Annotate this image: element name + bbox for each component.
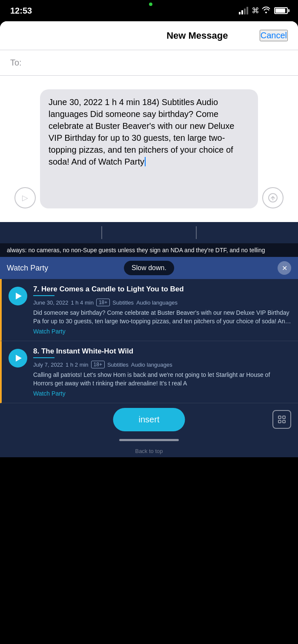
status-icons: ⌘ <box>239 6 288 15</box>
episode-desc-7: Did someone say birthday? Come celebrate… <box>33 309 291 325</box>
status-time: 12:53 <box>10 6 32 16</box>
svg-rect-3 <box>278 420 281 423</box>
divider-line-1 <box>101 226 102 239</box>
scrolling-text: always: no cameras, no non-Supe guests u… <box>0 243 298 257</box>
status-bar: 12:53 ⌘ <box>0 0 298 21</box>
to-input[interactable] <box>25 58 288 68</box>
episode-title-7: 7. Here Comes a Candle to Light You to B… <box>33 285 291 294</box>
dark-section: always: no cameras, no non-Supe guests u… <box>0 222 298 457</box>
bubble-nav-left[interactable]: ▷ <box>14 187 36 208</box>
back-to-top-bar[interactable]: Back to top <box>0 445 298 457</box>
signal-icon <box>239 7 248 14</box>
episode-underline-8 <box>33 357 54 358</box>
message-text: June 30, 2022 1 h 4 min 184) Subtitles A… <box>49 97 234 166</box>
close-button[interactable]: ✕ <box>278 261 291 275</box>
episode-meta-7: June 30, 2022 1 h 4 min 18+ Subtitles Au… <box>33 299 291 306</box>
to-label: To: <box>10 58 22 68</box>
svg-rect-2 <box>283 416 285 419</box>
episode-item-8: 8. The Instant White-Hot Wild July 7, 20… <box>0 341 298 403</box>
watch-party-label: Watch Party <box>7 264 48 273</box>
episode-title-8: 8. The Instant White-Hot Wild <box>33 347 291 356</box>
svg-rect-1 <box>278 416 281 419</box>
watch-party-tag-8: Watch Party <box>33 390 291 397</box>
insert-button[interactable]: insert <box>113 408 185 431</box>
play-button-8[interactable] <box>9 349 27 368</box>
fullscreen-button[interactable] <box>272 410 291 429</box>
to-field: To: <box>0 50 298 76</box>
message-bubble[interactable]: June 30, 2022 1 h 4 min 184) Subtitles A… <box>40 89 258 208</box>
battery-icon <box>274 7 288 14</box>
send-button[interactable] <box>262 187 284 208</box>
episode-info-7: 7. Here Comes a Candle to Light You to B… <box>33 285 291 335</box>
cancel-button[interactable]: Cancel <box>260 30 288 41</box>
dark-dividers <box>0 222 298 243</box>
episode-underline-7 <box>33 295 54 296</box>
wifi-icon: ⌘ <box>252 6 271 15</box>
green-dot-indicator <box>149 3 152 6</box>
bottom-bar <box>0 436 298 445</box>
compose-header: New Message Cancel <box>0 21 298 50</box>
compose-modal: New Message Cancel To: ▷ June 30, 2022 1… <box>0 21 298 222</box>
bubble-container: ▷ June 30, 2022 1 h 4 min 184) Subtitles… <box>10 89 288 208</box>
svg-rect-4 <box>283 420 285 423</box>
text-cursor <box>145 157 146 166</box>
compose-title: New Message <box>135 30 260 41</box>
play-icon-8 <box>16 355 22 362</box>
episode-meta-8: July 7, 2022 1 h 2 min 18+ Subtitles Aud… <box>33 361 291 368</box>
play-button-7[interactable] <box>9 287 27 305</box>
watch-party-tag-7: Watch Party <box>33 328 291 335</box>
insert-bar: insert <box>0 403 298 436</box>
rating-badge-8: 18+ <box>91 361 105 368</box>
divider-line-2 <box>196 226 197 239</box>
play-icon-7 <box>16 293 22 299</box>
slow-down-badge: Slow down. <box>124 261 174 275</box>
message-body: ▷ June 30, 2022 1 h 4 min 184) Subtitles… <box>0 76 298 222</box>
rating-badge-7: 18+ <box>96 299 110 306</box>
episode-desc-8: Calling all patriots! Let's show Hom is … <box>33 371 291 388</box>
episode-item-7: 7. Here Comes a Candle to Light You to B… <box>0 279 298 341</box>
back-to-top-text: Back to top <box>135 448 163 454</box>
home-indicator <box>119 439 179 441</box>
watch-party-banner: Watch Party Slow down. ✕ <box>0 257 298 279</box>
episode-info-8: 8. The Instant White-Hot Wild July 7, 20… <box>33 347 291 397</box>
bubble-area: ▷ June 30, 2022 1 h 4 min 184) Subtitles… <box>10 83 288 215</box>
